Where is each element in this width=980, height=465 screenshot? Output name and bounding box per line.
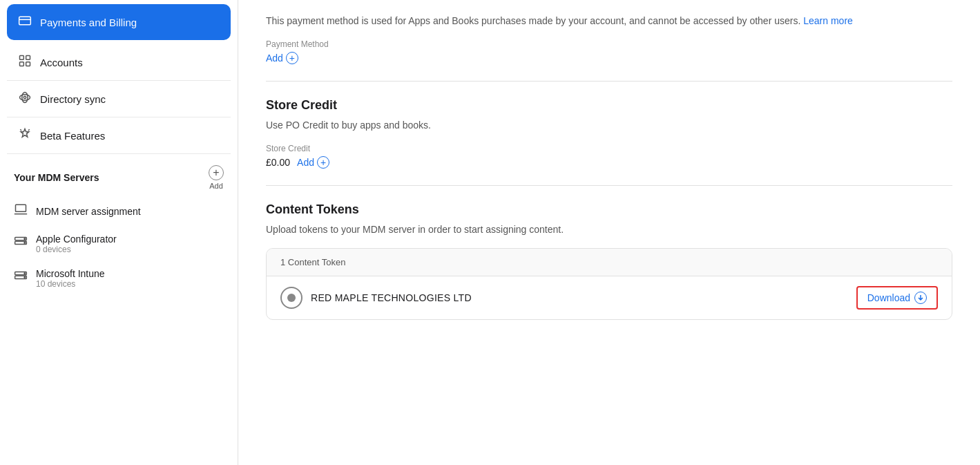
- svg-rect-9: [16, 205, 26, 211]
- download-button[interactable]: Download: [856, 286, 938, 310]
- mdm-add-label: Add: [209, 182, 223, 190]
- download-arrow-icon: [914, 292, 927, 304]
- mdm-server-item-assignment[interactable]: MDM server assignment: [0, 196, 238, 227]
- sidebar: Payments and Billing Accounts Directory …: [0, 0, 238, 465]
- store-credit-label: Store Credit: [266, 144, 952, 153]
- svg-point-13: [24, 242, 26, 243]
- server-subtitle: 0 devices: [36, 245, 117, 254]
- accounts-icon: [18, 54, 32, 70]
- store-credit-add-link[interactable]: Add +: [297, 156, 329, 169]
- add-link-label: Add: [266, 53, 283, 64]
- mdm-server-info: Apple Configurator 0 devices: [36, 234, 117, 254]
- add-circle-icon: +: [317, 156, 329, 169]
- mdm-add-button[interactable]: + Add: [209, 165, 224, 190]
- server-name: Microsoft Intune: [36, 268, 105, 279]
- store-credit-title: Store Credit: [266, 98, 952, 113]
- mdm-server-info: MDM server assignment: [36, 206, 141, 217]
- mdm-server-item-microsoft-intune[interactable]: Microsoft Intune 10 devices: [0, 261, 238, 296]
- content-token-box: 1 Content Token RED MAPLE TECHNOLOGIES L…: [266, 248, 952, 320]
- sidebar-item-accounts[interactable]: Accounts: [7, 44, 231, 81]
- server-icon: [14, 236, 28, 253]
- svg-point-6: [20, 95, 30, 100]
- svg-rect-3: [26, 56, 30, 60]
- server-subtitle: 10 devices: [36, 279, 105, 289]
- sidebar-item-payments-billing[interactable]: Payments and Billing: [7, 4, 231, 40]
- sidebar-item-label: Accounts: [40, 57, 83, 68]
- svg-rect-2: [20, 56, 24, 60]
- intro-text-content: This payment method is used for Apps and…: [266, 15, 800, 26]
- content-tokens-description: Upload tokens to your MDM server in orde…: [266, 222, 952, 237]
- token-name: RED MAPLE TECHNOLOGIES LTD: [311, 292, 472, 303]
- mdm-section-header: Your MDM Servers + Add: [0, 154, 238, 196]
- sidebar-item-directory-sync[interactable]: Directory sync: [7, 81, 231, 117]
- content-tokens-section: Content Tokens Upload tokens to your MDM…: [266, 202, 952, 320]
- store-credit-row: £0.00 Add +: [266, 156, 952, 169]
- mdm-server-info: Microsoft Intune 10 devices: [36, 268, 105, 289]
- svg-point-12: [24, 238, 26, 239]
- token-row: RED MAPLE TECHNOLOGIES LTD Download: [267, 276, 952, 319]
- server-name: MDM server assignment: [36, 206, 141, 217]
- add-circle-icon: +: [209, 165, 224, 180]
- token-left: RED MAPLE TECHNOLOGIES LTD: [280, 287, 472, 309]
- laptop-icon: [14, 202, 28, 220]
- svg-rect-5: [26, 62, 30, 66]
- divider-2: [266, 185, 952, 186]
- store-credit-description: Use PO Credit to buy apps and books.: [266, 118, 952, 133]
- sidebar-item-beta-features[interactable]: Beta Features: [7, 117, 231, 154]
- payment-method-section: Payment Method Add +: [266, 39, 952, 64]
- add-circle-icon: +: [286, 52, 298, 64]
- svg-rect-4: [20, 62, 24, 66]
- add-link-label: Add: [297, 157, 314, 168]
- svg-point-8: [23, 96, 26, 98]
- content-tokens-title: Content Tokens: [266, 202, 952, 217]
- store-credit-amount: £0.00: [266, 157, 290, 168]
- sidebar-item-label: Beta Features: [40, 130, 105, 142]
- directory-sync-icon: [18, 91, 32, 107]
- server-icon: [14, 270, 28, 287]
- payment-method-add-link[interactable]: Add +: [266, 52, 298, 64]
- sidebar-item-label: Payments and Billing: [40, 17, 137, 28]
- learn-more-link[interactable]: Learn more: [803, 15, 853, 26]
- main-content: This payment method is used for Apps and…: [238, 0, 980, 465]
- mdm-server-item-apple-configurator[interactable]: Apple Configurator 0 devices: [0, 227, 238, 261]
- token-count-header: 1 Content Token: [267, 249, 952, 276]
- beta-features-icon: [18, 127, 32, 144]
- svg-point-16: [24, 272, 26, 274]
- intro-text: This payment method is used for Apps and…: [266, 14, 952, 28]
- mdm-section-title: Your MDM Servers: [14, 172, 99, 183]
- token-icon: [280, 287, 302, 309]
- server-name: Apple Configurator: [36, 234, 117, 245]
- divider-1: [266, 81, 952, 82]
- sidebar-item-label: Directory sync: [40, 93, 106, 105]
- credit-card-icon: [18, 14, 32, 30]
- svg-rect-0: [19, 17, 31, 25]
- token-icon-inner: [287, 294, 296, 302]
- svg-point-7: [22, 93, 28, 103]
- svg-point-17: [24, 276, 26, 278]
- store-credit-section: Store Credit Use PO Credit to buy apps a…: [266, 98, 952, 169]
- payment-method-label: Payment Method: [266, 39, 952, 49]
- download-label: Download: [867, 292, 910, 303]
